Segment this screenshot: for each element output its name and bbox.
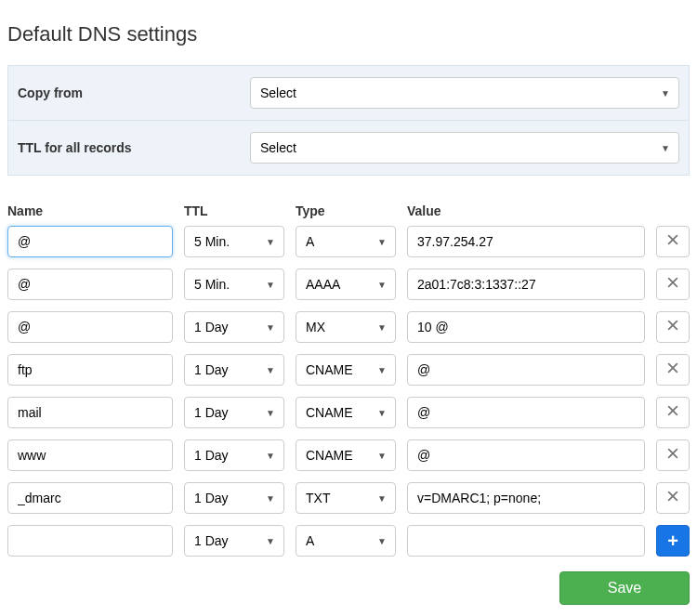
close-icon: [666, 361, 679, 378]
close-icon: [666, 276, 679, 293]
remove-record-button[interactable]: [656, 354, 690, 386]
add-record-button[interactable]: +: [656, 525, 690, 557]
records-header: Name TTL Type Value: [7, 203, 690, 218]
ttl-select[interactable]: 1 Day: [184, 311, 284, 343]
name-input[interactable]: [7, 439, 173, 471]
remove-record-button[interactable]: [656, 397, 690, 428]
name-input[interactable]: [7, 482, 173, 514]
records-list: 5 Min.A5 Min.AAAA1 DayMX1 DayCNAME1 DayC…: [7, 226, 690, 557]
ttl-select[interactable]: 1 Day: [184, 439, 284, 471]
remove-record-button[interactable]: [656, 311, 690, 343]
header-value: Value: [407, 203, 645, 218]
type-select[interactable]: AAAA: [296, 269, 396, 300]
type-select[interactable]: CNAME: [296, 439, 396, 471]
ttl-all-label: TTL for all records: [18, 140, 250, 155]
name-input[interactable]: [7, 226, 173, 257]
close-icon: [666, 319, 679, 335]
value-input[interactable]: [407, 354, 645, 386]
record-row: 1 DayCNAME: [7, 354, 690, 386]
close-icon: [666, 490, 679, 506]
ttl-select[interactable]: 1 Day: [184, 482, 284, 514]
ttl-all-select[interactable]: Select: [250, 132, 679, 164]
record-row: 1 DayTXT: [7, 482, 690, 514]
remove-record-button[interactable]: [656, 226, 690, 257]
name-input[interactable]: [7, 525, 173, 557]
value-input[interactable]: [407, 482, 645, 514]
value-input[interactable]: [407, 226, 645, 257]
name-input[interactable]: [7, 311, 173, 343]
record-row: 1 DayCNAME: [7, 397, 690, 428]
save-button[interactable]: Save: [559, 571, 690, 605]
type-select[interactable]: CNAME: [296, 397, 396, 428]
record-row: 1 DayCNAME: [7, 439, 690, 471]
close-icon: [666, 447, 679, 464]
remove-record-button[interactable]: [656, 269, 690, 300]
value-input[interactable]: [407, 525, 645, 557]
header-name: Name: [7, 203, 173, 218]
name-input[interactable]: [7, 354, 173, 386]
ttl-select[interactable]: 1 Day: [184, 397, 284, 428]
ttl-select[interactable]: 1 Day: [184, 525, 284, 557]
header-type: Type: [296, 203, 396, 218]
type-select[interactable]: MX: [296, 311, 396, 343]
type-select[interactable]: CNAME: [296, 354, 396, 386]
top-settings-panel: Copy from Select TTL for all records Sel…: [7, 65, 690, 176]
record-row: 5 Min.A: [7, 226, 690, 257]
record-row: 5 Min.AAAA: [7, 269, 690, 300]
ttl-select[interactable]: 5 Min.: [184, 269, 284, 300]
type-select[interactable]: A: [296, 226, 396, 257]
type-select[interactable]: A: [296, 525, 396, 557]
name-input[interactable]: [7, 397, 173, 428]
copy-from-select[interactable]: Select: [250, 77, 679, 109]
remove-record-button[interactable]: [656, 482, 690, 514]
ttl-select[interactable]: 5 Min.: [184, 226, 284, 257]
name-input[interactable]: [7, 269, 173, 300]
close-icon: [666, 404, 679, 421]
copy-from-label: Copy from: [18, 85, 250, 100]
header-ttl: TTL: [184, 203, 284, 218]
value-input[interactable]: [407, 439, 645, 471]
ttl-select[interactable]: 1 Day: [184, 354, 284, 386]
value-input[interactable]: [407, 397, 645, 428]
plus-icon: +: [667, 531, 678, 552]
page-title: Default DNS settings: [7, 22, 690, 46]
record-row: 1 DayMX: [7, 311, 690, 343]
remove-record-button[interactable]: [656, 439, 690, 471]
value-input[interactable]: [407, 311, 645, 343]
value-input[interactable]: [407, 269, 645, 300]
close-icon: [666, 233, 679, 250]
record-row: 1 DayA+: [7, 525, 690, 557]
type-select[interactable]: TXT: [296, 482, 396, 514]
